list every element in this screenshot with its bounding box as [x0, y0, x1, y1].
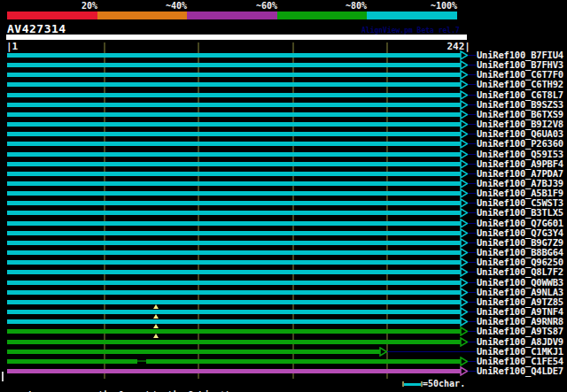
hit-connector: [468, 223, 476, 224]
hit-connector: [468, 282, 476, 283]
hit-bar[interactable]: [7, 152, 461, 157]
hit-connector: [468, 371, 476, 372]
hit-bar[interactable]: [7, 340, 461, 344]
identity-scale-label: ~40%: [125, 1, 187, 11]
hit-connector: [468, 302, 476, 303]
hit-bar[interactable]: [7, 132, 461, 136]
hit-connector: [468, 84, 476, 85]
identity-scale-segment: [367, 12, 457, 19]
hit-label[interactable]: UniRef100_P26360: [477, 139, 563, 149]
identity-scale-segment: [97, 12, 187, 19]
query-gap-marker: [153, 334, 159, 338]
hit-connector: [468, 74, 476, 75]
hit-connector: [468, 292, 476, 293]
hit-connector: [468, 321, 476, 322]
hit-connector: [468, 104, 476, 105]
alignview-graphic: 20%~40%~60%~80%~100% AV427314 AlignView.…: [0, 0, 567, 392]
hit-bar[interactable]: [7, 63, 461, 67]
hit-label[interactable]: UniRef100_Q4LDE7: [477, 366, 563, 376]
hit-bar[interactable]: [7, 53, 461, 58]
hit-bar[interactable]: [7, 250, 461, 255]
hit-connector: [387, 351, 476, 352]
query-gap-marker: [153, 324, 159, 328]
gaps-legend: Large gaps: ▲(in Query)/- (in Subject): [7, 380, 230, 392]
hit-bar[interactable]: [7, 290, 461, 295]
scale-legend-bar: [404, 383, 421, 386]
hit-bar[interactable]: [7, 310, 461, 314]
hit-connector: [468, 311, 476, 312]
identity-scale-label: 20%: [35, 1, 97, 11]
identity-scale-label: ~60%: [215, 1, 277, 11]
query-gap-marker: [153, 314, 159, 319]
hit-bar[interactable]: [7, 93, 461, 97]
hit-connector: [468, 134, 476, 135]
bottom-ruler-tick: [2, 372, 4, 381]
hit-connector: [468, 242, 476, 243]
hit-connector: [468, 212, 476, 213]
hit-bar[interactable]: [7, 369, 461, 373]
hit-connector: [468, 203, 476, 204]
hit-connector: [468, 65, 476, 65]
hit-bar[interactable]: [7, 103, 461, 107]
hit-bar[interactable]: [7, 231, 461, 235]
hit-bar[interactable]: [7, 350, 380, 354]
hit-connector: [468, 124, 476, 125]
subject-gap-marker: [137, 360, 146, 362]
query-bar: [6, 35, 467, 40]
hit-connector: [468, 272, 476, 273]
identity-scale-label: ~100%: [395, 1, 457, 11]
hit-bar[interactable]: [7, 329, 461, 334]
hit-bar[interactable]: [7, 122, 461, 127]
identity-scale-segment: [187, 12, 277, 19]
hit-label[interactable]: UniRef100_B3TLX5: [477, 208, 563, 218]
hit-connector: [468, 143, 476, 144]
hit-bar[interactable]: [7, 319, 461, 324]
hit-bar[interactable]: [7, 270, 461, 274]
hit-bar[interactable]: [7, 241, 461, 245]
hit-bar[interactable]: [7, 181, 461, 186]
hit-bar[interactable]: [7, 162, 461, 166]
ruler-start-label: |1: [6, 42, 18, 51]
hit-bar[interactable]: [146, 359, 461, 364]
hit-bar[interactable]: [7, 142, 461, 146]
hit-bar[interactable]: [7, 191, 461, 196]
hit-label[interactable]: UniRef100_C6TH92: [477, 80, 563, 89]
hit-label[interactable]: UniRef100_A9TS87: [477, 327, 563, 336]
hit-connector: [468, 95, 476, 96]
hit-label[interactable]: UniRef100_Q8L7F2: [477, 267, 563, 277]
query-gap-marker: [153, 304, 159, 309]
hit-connector: [468, 154, 476, 155]
identity-scale-segment: [7, 12, 97, 19]
hit-bar[interactable]: [7, 82, 461, 87]
hit-bar[interactable]: [7, 300, 461, 304]
hit-connector: [468, 262, 476, 263]
hit-bar[interactable]: [7, 112, 461, 117]
identity-scale-segment: [277, 12, 367, 19]
tool-watermark: AlignView.pm Beta rel.7: [361, 27, 460, 35]
hit-bar[interactable]: [7, 359, 137, 364]
hit-connector: [468, 55, 476, 56]
scale-legend-text: =50char.: [423, 379, 465, 389]
hit-connector: [468, 331, 476, 332]
hit-connector: [468, 114, 476, 115]
hit-bar[interactable]: [7, 73, 461, 77]
hit-connector: [468, 233, 476, 234]
hit-connector: [468, 183, 476, 184]
hit-bar[interactable]: [7, 172, 461, 176]
identity-scale-label: ~80%: [305, 1, 367, 11]
hit-connector: [468, 361, 476, 362]
hit-connector: [468, 164, 476, 165]
hit-bar[interactable]: [7, 260, 461, 265]
hit-connector: [468, 342, 476, 342]
hit-connector: [468, 252, 476, 253]
hit-bar[interactable]: [7, 201, 461, 205]
query-id: AV427314: [7, 23, 66, 35]
hit-bar[interactable]: [7, 281, 461, 285]
hit-connector: [468, 193, 476, 194]
hit-connector: [468, 173, 476, 174]
hit-bar[interactable]: [7, 221, 461, 226]
hit-bar[interactable]: [7, 211, 461, 215]
